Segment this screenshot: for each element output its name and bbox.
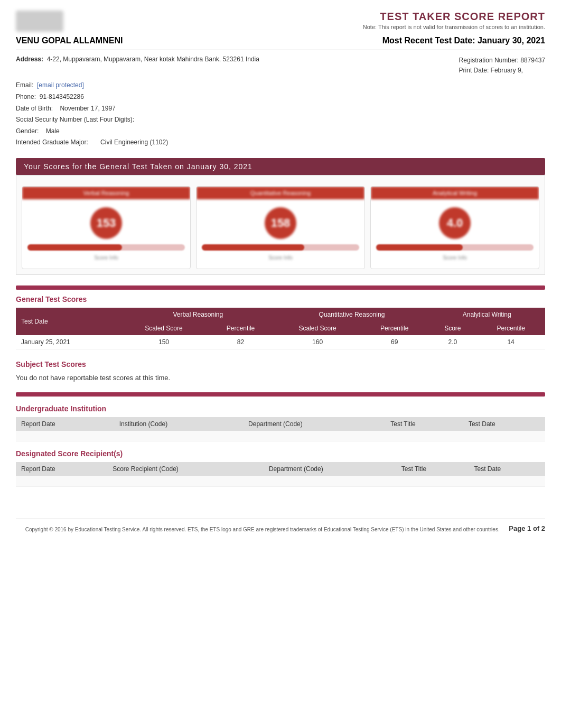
- verbal-score-badge: 153: [90, 207, 122, 239]
- th-test-date-1: Test Date: [463, 417, 545, 431]
- subject-scores-label: Subject Test Scores: [16, 360, 545, 368]
- td-aw-score: 2.0: [429, 335, 477, 349]
- page-footer: Copyright © 2016 by Educational Testing …: [16, 519, 545, 532]
- gender-value: Male: [46, 127, 60, 135]
- major-value: Civil Engineering (1102): [100, 139, 168, 146]
- th-dept-code-1: Department (Code): [243, 417, 385, 431]
- undergraduate-empty-row: [16, 431, 545, 441]
- score-card-verbal: Verbal Reasoning 153 Score Info: [22, 186, 191, 269]
- email-value[interactable]: [email protected]: [37, 81, 84, 89]
- section-divider-1: [16, 285, 545, 290]
- th-test-title-2: Test Title: [396, 462, 469, 476]
- score-card-aw: Analytical Writing 4.0 Score Info: [370, 186, 539, 269]
- gender-label: Gender:: [16, 127, 39, 135]
- designated-table: Report Date Score Recipient (Code) Depar…: [16, 462, 545, 487]
- quant-score-badge: 158: [265, 207, 296, 239]
- designated-empty-row: [16, 476, 545, 486]
- person-name-section: VENU GOPAL ALLAMNENI: [16, 36, 123, 45]
- major-line: Intended Graduate Major: Civil Engineeri…: [16, 137, 545, 149]
- phone-value: 91-8143452286: [40, 93, 84, 100]
- dob-value: November 17, 1997: [60, 105, 115, 112]
- th-test-date: Test Date: [16, 308, 121, 335]
- td-verbal-scaled: 150: [121, 335, 206, 349]
- designated-empty-cell: [16, 476, 545, 486]
- td-aw-pct: 14: [476, 335, 545, 349]
- th-dept-code-2: Department (Code): [264, 462, 396, 476]
- th-quant-pct: Percentile: [360, 321, 429, 335]
- undergraduate-institution-section: Undergraduate Institution Report Date In…: [16, 404, 545, 442]
- footer-copyright: Copyright © 2016 by Educational Testing …: [16, 527, 509, 532]
- email-label: Email:: [16, 81, 33, 89]
- td-quant-scaled: 160: [275, 335, 360, 349]
- aw-score-badge: 4.0: [439, 207, 471, 239]
- email-line: Email: [email protected]: [16, 80, 545, 91]
- scores-cards: Verbal Reasoning 153 Score Info Quantita…: [22, 186, 539, 269]
- quant-subtext: Score Info: [268, 255, 293, 261]
- page-header: TEST TAKER SCORE REPORT Note: This repor…: [16, 11, 545, 32]
- undergraduate-empty-cell: [16, 431, 545, 441]
- verbal-bar-fill: [27, 244, 122, 251]
- score-card-quant: Quantitative Reasoning 158 Score Info: [196, 186, 365, 269]
- dob-line: Date of Birth: November 17, 1997: [16, 103, 545, 115]
- left-header: [16, 11, 280, 32]
- verbal-subtext: Score Info: [94, 255, 118, 261]
- scores-banner-text: Your Scores for the General Test Taken o…: [24, 162, 253, 171]
- td-quant-pct: 69: [360, 335, 429, 349]
- th-quant-scaled: Scaled Score: [275, 321, 360, 335]
- designated-label: Designated Score Recipient(s): [16, 449, 545, 458]
- major-label: Intended Graduate Major:: [16, 139, 88, 146]
- th-verbal-group: Verbal Reasoning: [121, 308, 275, 321]
- aw-bar: [376, 244, 534, 251]
- verbal-header: Verbal Reasoning: [22, 187, 190, 199]
- footer-page: Page 1 of 2: [509, 524, 545, 532]
- phone-label: Phone:: [16, 93, 36, 100]
- th-institution-code: Institution (Code): [114, 417, 243, 431]
- th-quant-group: Quantitative Reasoning: [275, 308, 428, 321]
- print-date: Print Date: February 9,: [459, 66, 545, 76]
- address-section: Address: 4-22, Muppavaram, Muppavaram, N…: [16, 56, 459, 76]
- th-verbal-scaled: Scaled Score: [121, 321, 206, 335]
- dob-label: Date of Birth:: [16, 105, 53, 112]
- address-reg-row: Address: 4-22, Muppavaram, Muppavaram, N…: [16, 50, 545, 76]
- th-verbal-pct: Percentile: [207, 321, 275, 335]
- quant-header: Quantitative Reasoning: [197, 187, 364, 199]
- quant-body: 158 Score Info: [197, 199, 364, 269]
- designated-recipients-section: Designated Score Recipient(s) Report Dat…: [16, 449, 545, 487]
- th-report-date-2: Report Date: [16, 462, 107, 476]
- td-verbal-pct: 82: [207, 335, 275, 349]
- th-aw-score: Score: [429, 321, 477, 335]
- most-recent-section: Most Recent Test Date: January 30, 2021: [123, 36, 545, 45]
- th-test-title-1: Test Title: [385, 417, 463, 431]
- section-divider-2: [16, 392, 545, 397]
- quant-bar: [202, 244, 359, 251]
- general-test-scores-section: General Test Scores Test Date Verbal Rea…: [16, 295, 545, 349]
- quant-bar-fill: [202, 244, 304, 251]
- gender-line: Gender: Male: [16, 126, 545, 137]
- name-header-row: VENU GOPAL ALLAMNENI Most Recent Test Da…: [16, 36, 545, 45]
- address-label: Address:: [16, 56, 43, 63]
- registration-number: Registration Number: 8879437: [459, 56, 545, 66]
- td-test-date: January 25, 2021: [16, 335, 121, 349]
- general-scores-table: Test Date Verbal Reasoning Quantitative …: [16, 308, 545, 349]
- report-note: Note: This report is not valid for trans…: [280, 24, 545, 30]
- undergraduate-table: Report Date Institution (Code) Departmen…: [16, 417, 545, 442]
- no-scores-text: You do not have reportable test scores a…: [16, 374, 545, 382]
- ets-logo: [16, 11, 63, 32]
- scores-banner: Your Scores for the General Test Taken o…: [16, 158, 545, 175]
- subject-test-scores-section: Subject Test Scores You do not have repo…: [16, 360, 545, 382]
- th-aw-group: Analytical Writing: [429, 308, 546, 321]
- th-aw-pct: Percentile: [476, 321, 545, 335]
- personal-info-section: Email: [email protected] Phone: 91-81434…: [16, 80, 545, 149]
- right-header: TEST TAKER SCORE REPORT Note: This repor…: [280, 11, 545, 30]
- phone-line: Phone: 91-8143452286: [16, 91, 545, 103]
- most-recent-date: Most Recent Test Date: January 30, 2021: [123, 36, 545, 45]
- undergraduate-label: Undergraduate Institution: [16, 404, 545, 413]
- verbal-bar: [27, 244, 185, 251]
- person-name: VENU GOPAL ALLAMNENI: [16, 36, 123, 45]
- ssn-line: Social Security Number (Last Four Digits…: [16, 114, 545, 126]
- registration-section: Registration Number: 8879437 Print Date:…: [459, 56, 545, 76]
- general-scores-label: General Test Scores: [16, 295, 545, 303]
- th-score-recipient-code: Score Recipient (Code): [107, 462, 264, 476]
- verbal-body: 153 Score Info: [22, 199, 190, 269]
- scores-cards-area: Verbal Reasoning 153 Score Info Quantita…: [16, 175, 545, 275]
